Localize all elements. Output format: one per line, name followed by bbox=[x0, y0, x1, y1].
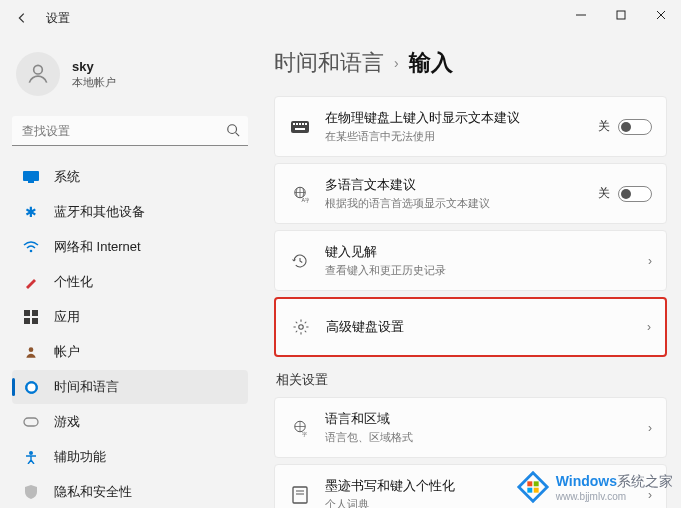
svg-rect-12 bbox=[24, 318, 30, 324]
sidebar-item-personalization[interactable]: 个性化 bbox=[12, 265, 248, 299]
sidebar-item-apps[interactable]: 应用 bbox=[12, 300, 248, 334]
svg-point-16 bbox=[27, 383, 35, 391]
sidebar-item-label: 游戏 bbox=[54, 413, 80, 431]
history-icon bbox=[289, 250, 311, 272]
accessibility-icon bbox=[22, 448, 40, 466]
svg-rect-8 bbox=[28, 181, 34, 183]
svg-rect-21 bbox=[293, 123, 295, 125]
svg-point-4 bbox=[34, 65, 43, 74]
sidebar-item-label: 系统 bbox=[54, 168, 80, 186]
wifi-icon bbox=[22, 238, 40, 256]
setting-title: 多语言文本建议 bbox=[325, 176, 598, 194]
chevron-right-icon: › bbox=[394, 55, 399, 71]
setting-subtitle: 查看键入和更正历史记录 bbox=[325, 263, 640, 278]
svg-point-14 bbox=[29, 347, 34, 352]
breadcrumb-parent[interactable]: 时间和语言 bbox=[274, 48, 384, 78]
toggle-state-label: 关 bbox=[598, 185, 610, 202]
sidebar-item-accounts[interactable]: 帐户 bbox=[12, 335, 248, 369]
setting-multilang-suggestions[interactable]: A字 多语言文本建议 根据我的语言首选项显示文本建议 关 bbox=[274, 163, 667, 224]
sidebar-item-network[interactable]: 网络和 Internet bbox=[12, 230, 248, 264]
setting-subtitle: 根据我的语言首选项显示文本建议 bbox=[325, 196, 598, 211]
chevron-right-icon: › bbox=[647, 320, 651, 334]
breadcrumb: 时间和语言 › 输入 bbox=[274, 48, 667, 78]
svg-rect-32 bbox=[293, 487, 307, 503]
svg-line-6 bbox=[236, 133, 240, 137]
svg-rect-23 bbox=[299, 123, 301, 125]
minimize-button[interactable] bbox=[561, 0, 601, 30]
globe-lang-icon: A字 bbox=[289, 183, 311, 205]
svg-rect-11 bbox=[32, 310, 38, 316]
setting-subtitle: 在某些语言中无法使用 bbox=[325, 129, 598, 144]
setting-subtitle: 语言包、区域格式 bbox=[325, 430, 640, 445]
gear-icon bbox=[290, 316, 312, 338]
section-header-related: 相关设置 bbox=[276, 371, 667, 389]
avatar bbox=[16, 52, 60, 96]
sidebar-item-label: 帐户 bbox=[54, 343, 80, 361]
gamepad-icon bbox=[22, 413, 40, 431]
setting-typing-insights[interactable]: 键入见解 查看键入和更正历史记录 › bbox=[274, 230, 667, 291]
svg-rect-18 bbox=[24, 418, 38, 426]
toggle-switch[interactable] bbox=[618, 119, 652, 135]
sidebar-item-time-language[interactable]: 时间和语言 bbox=[12, 370, 248, 404]
svg-rect-25 bbox=[305, 123, 307, 125]
svg-rect-37 bbox=[527, 488, 532, 493]
svg-rect-1 bbox=[617, 11, 625, 19]
setting-advanced-keyboard[interactable]: 高级键盘设置 › bbox=[274, 297, 667, 357]
dictionary-icon bbox=[289, 484, 311, 506]
globe-lang-icon: 字 bbox=[289, 417, 311, 439]
maximize-button[interactable] bbox=[601, 0, 641, 30]
svg-rect-36 bbox=[533, 481, 538, 486]
toggle-state-label: 关 bbox=[598, 118, 610, 135]
svg-text:A字: A字 bbox=[302, 196, 310, 202]
brush-icon bbox=[22, 273, 40, 291]
windows-logo-icon bbox=[516, 470, 550, 504]
svg-rect-10 bbox=[24, 310, 30, 316]
svg-rect-22 bbox=[296, 123, 298, 125]
page-title: 输入 bbox=[409, 48, 453, 78]
profile-block[interactable]: sky 本地帐户 bbox=[12, 44, 248, 112]
globe-clock-icon bbox=[22, 378, 40, 396]
bluetooth-icon: ✱ bbox=[22, 203, 40, 221]
svg-point-29 bbox=[299, 325, 304, 330]
svg-rect-38 bbox=[533, 488, 538, 493]
chevron-right-icon: › bbox=[648, 254, 652, 268]
svg-point-9 bbox=[30, 250, 33, 253]
sidebar-item-privacy[interactable]: 隐私和安全性 bbox=[12, 475, 248, 508]
sidebar-item-gaming[interactable]: 游戏 bbox=[12, 405, 248, 439]
sidebar-item-label: 蓝牙和其他设备 bbox=[54, 203, 145, 221]
window-title: 设置 bbox=[46, 10, 70, 27]
svg-text:字: 字 bbox=[302, 430, 307, 436]
search-input[interactable] bbox=[12, 116, 248, 146]
system-icon bbox=[22, 168, 40, 186]
svg-point-19 bbox=[29, 451, 33, 455]
apps-icon bbox=[22, 308, 40, 326]
back-button[interactable] bbox=[8, 4, 36, 32]
chevron-right-icon: › bbox=[648, 421, 652, 435]
account-type: 本地帐户 bbox=[72, 75, 116, 90]
svg-rect-13 bbox=[32, 318, 38, 324]
setting-title: 在物理键盘上键入时显示文本建议 bbox=[325, 109, 598, 127]
watermark: Windows系统之家 www.bjjmlv.com bbox=[516, 470, 673, 504]
username: sky bbox=[72, 59, 116, 74]
person-icon bbox=[22, 343, 40, 361]
svg-point-5 bbox=[228, 125, 237, 134]
svg-rect-20 bbox=[291, 121, 309, 133]
watermark-url: www.bjjmlv.com bbox=[556, 491, 626, 502]
sidebar-item-label: 隐私和安全性 bbox=[54, 483, 132, 501]
search-icon bbox=[226, 123, 240, 141]
svg-rect-26 bbox=[295, 128, 305, 130]
close-button[interactable] bbox=[641, 0, 681, 30]
setting-typing-suggestions[interactable]: 在物理键盘上键入时显示文本建议 在某些语言中无法使用 关 bbox=[274, 96, 667, 157]
sidebar-item-accessibility[interactable]: 辅助功能 bbox=[12, 440, 248, 474]
setting-title: 高级键盘设置 bbox=[326, 318, 639, 336]
watermark-site: 系统之家 bbox=[617, 473, 673, 489]
setting-title: 键入见解 bbox=[325, 243, 640, 261]
toggle-switch[interactable] bbox=[618, 186, 652, 202]
sidebar-item-system[interactable]: 系统 bbox=[12, 160, 248, 194]
svg-rect-7 bbox=[23, 171, 39, 181]
svg-rect-35 bbox=[527, 481, 532, 486]
watermark-brand: Windows bbox=[556, 473, 617, 489]
sidebar-item-bluetooth[interactable]: ✱ 蓝牙和其他设备 bbox=[12, 195, 248, 229]
related-lang-region[interactable]: 字 语言和区域 语言包、区域格式 › bbox=[274, 397, 667, 458]
sidebar-item-label: 网络和 Internet bbox=[54, 238, 141, 256]
